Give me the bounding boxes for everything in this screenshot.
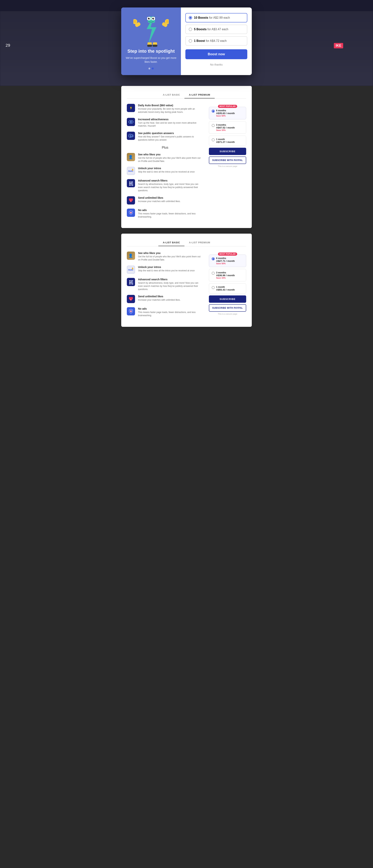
subscribe-paypal-button-1[interactable]: SUBSCRIBE WITH PAYPAL (209, 156, 246, 164)
price-radio-3m-1 (212, 124, 215, 127)
svg-point-62 (131, 282, 132, 283)
tab-alist-basic-2[interactable]: A-LIST BASIC (158, 239, 184, 246)
svg-text:A: A (132, 135, 133, 137)
tab-alist-basic-1[interactable]: A-LIST BASIC (158, 92, 184, 98)
boost-option-10[interactable]: 10 Boosts for A$2.99 each (185, 13, 247, 23)
subscription-card-2: A-LIST BASIC A-LIST PREMIUM (121, 234, 252, 327)
feature-no-ads: No ads This means faster page loads, few… (127, 209, 203, 218)
feature-text-search: Advanced search filters Search by attrac… (138, 179, 203, 192)
likes-you-icon-2: 👤 (127, 252, 135, 260)
feature-no-ads-2: No ads This means faster page loads, few… (127, 307, 203, 317)
bolt-icon (127, 104, 135, 112)
feature-text-intros-2: Unlock your intros Skip the wait & view … (138, 266, 195, 272)
svg-point-19 (152, 18, 154, 20)
boost-1-label: 1 Boost for A$4.72 each (194, 39, 227, 42)
svg-rect-13 (147, 44, 152, 47)
subscription-card-1: A-LIST BASIC A-LIST PREMIUM Daily Auto B… (121, 86, 252, 228)
secure-text-2: This is a secure page (209, 313, 246, 315)
tab-alist-premium-2[interactable]: A-LIST PREMIUM (184, 239, 215, 246)
feature-text-unlimited-2: Send unlimited likes Increase your match… (138, 295, 180, 302)
svg-marker-22 (130, 106, 132, 110)
subscribe-button-1[interactable]: SUBSCRIBE (209, 148, 246, 155)
feature-daily-boost: Daily Auto Boost ($60 value) Increase yo… (127, 104, 203, 114)
boost-option-5[interactable]: 5 Boosts for A$3.47 each (185, 25, 247, 34)
feature-text-boost: Daily Auto Boost ($60 value) Increase yo… (138, 104, 203, 114)
tab-alist-premium-1[interactable]: A-LIST PREMIUM (184, 92, 215, 98)
feature-text-noads: No ads This means faster page loads, few… (138, 209, 203, 218)
price-radio-1m-2 (212, 286, 215, 289)
modal-dots (148, 68, 154, 69)
main-content: A-LIST BASIC A-LIST PREMIUM Daily Auto B… (121, 86, 252, 338)
subscribe-paypal-button-2[interactable]: SUBSCRIBE WITH PAYPAL (209, 304, 246, 312)
feature-text-search-2: Advanced search filters Search by attrac… (138, 278, 203, 291)
price-3months-2[interactable]: 3 months A$36.96 / month Save 33% (209, 269, 246, 281)
price-3months-1[interactable]: 3 months A$47.52 / month Save 33% (209, 121, 246, 134)
most-popular-badge-2: MOST POPULAR (218, 252, 237, 256)
filter-icon-2 (127, 278, 135, 286)
boost-option-1[interactable]: 1 Boost for A$4.72 each (185, 36, 247, 45)
feature-intros-2: Hello ✋ Unlock your intros Skip the wait… (127, 266, 203, 274)
svg-point-55 (129, 280, 130, 281)
price-6months-2[interactable]: MOST POPULAR 6 months A$27.71 / month Sa… (209, 254, 246, 267)
svg-point-37 (129, 182, 130, 183)
pricing-column-1: MOST POPULAR 6 months A$35.63 / month Sa… (209, 104, 246, 222)
svg-point-61 (132, 280, 133, 281)
modal-title: Step into the spotlight (127, 49, 175, 54)
price-details-6m-2: 6 months A$27.71 / month Save 50% (216, 257, 243, 265)
price-6months-1[interactable]: MOST POPULAR 6 months A$35.63 / month Sa… (209, 107, 246, 119)
svg-text:✋: ✋ (132, 267, 134, 270)
boost-5-label: 5 Boosts for A$3.47 each (194, 28, 228, 31)
eye-icon (127, 118, 135, 126)
feature-intros: Hello ✋ Unlock your intros Skip the wait… (127, 167, 203, 175)
age-badge: 29 (6, 43, 10, 48)
radio-5boosts (189, 28, 192, 31)
radio-1boost (189, 39, 192, 42)
feature-search: Advanced search filters Search by attrac… (127, 179, 203, 192)
qa-icon: Q A (127, 132, 135, 140)
hello-icon-2: Hello ✋ (127, 266, 135, 274)
feature-likes-you-2: 👤 See who likes you Get the full list of… (127, 252, 203, 261)
svg-point-18 (148, 18, 150, 20)
svg-text:✋: ✋ (132, 168, 134, 171)
svg-point-63 (132, 283, 133, 284)
feature-text-likes-2: See who likes you Get the full list of p… (138, 252, 203, 261)
radio-10boosts (189, 16, 192, 20)
filter-icon (127, 179, 135, 187)
svg-point-57 (129, 283, 130, 284)
svg-point-44 (131, 183, 132, 184)
like-badge: IKE (334, 43, 343, 49)
svg-point-43 (132, 182, 133, 183)
feature-unlimited-likes: ∞ Send unlimited likes Increase your mat… (127, 196, 203, 205)
feature-text-unlimited: Send unlimited likes Increase your match… (138, 196, 180, 203)
svg-text:∞: ∞ (130, 299, 131, 301)
boost-10-label: 10 Boosts for A$2.99 each (194, 16, 230, 20)
heart-icon: ∞ (127, 196, 135, 205)
subscribe-button-2[interactable]: SUBSCRIBE (209, 296, 246, 303)
price-details-3m-1: 3 months A$47.52 / month Save 33% (216, 124, 243, 131)
feature-unlimited-likes-2: ∞ Send unlimited likes Increase your mat… (127, 295, 203, 303)
svg-text:👤: 👤 (128, 253, 133, 258)
shield-icon-2 (127, 307, 135, 315)
price-details-6m-1: 6 months A$35.63 / month Save 50% (216, 109, 243, 117)
svg-point-21 (153, 18, 154, 19)
feature-attractiveness: Increased attractiveness Turn up the hea… (127, 118, 203, 128)
modal-left-panel: Step into the spotlight We've supercharg… (121, 7, 181, 75)
dot-2 (152, 68, 154, 69)
modal-right-panel: 10 Boosts for A$2.99 each 5 Boosts for A… (181, 7, 252, 75)
feature-text-noads-2: No ads This means faster page loads, few… (138, 307, 203, 317)
price-radio-6m-2 (212, 257, 215, 260)
price-radio-1m-1 (212, 138, 215, 142)
hello-icon: Hello ✋ (127, 167, 135, 175)
price-1month-1[interactable]: 1 month A$71.27 / month (209, 135, 246, 146)
pricing-column-2: MOST POPULAR 6 months A$27.71 / month Sa… (209, 252, 246, 321)
price-1month-2[interactable]: 1 month A$55.43 / month (209, 283, 246, 293)
price-details-1m-2: 1 month A$55.43 / month (216, 286, 243, 291)
feature-qa: Q A See public question answers How did … (127, 132, 203, 142)
svg-point-20 (149, 18, 150, 19)
tabs-row-2: A-LIST BASIC A-LIST PREMIUM (127, 239, 246, 246)
boost-mascot (133, 13, 169, 49)
no-thanks-button[interactable]: No thanks (185, 61, 247, 68)
svg-text:∞: ∞ (130, 200, 131, 202)
boost-now-button[interactable]: Boost now (185, 49, 247, 59)
boost-modal: Step into the spotlight We've supercharg… (121, 7, 252, 75)
